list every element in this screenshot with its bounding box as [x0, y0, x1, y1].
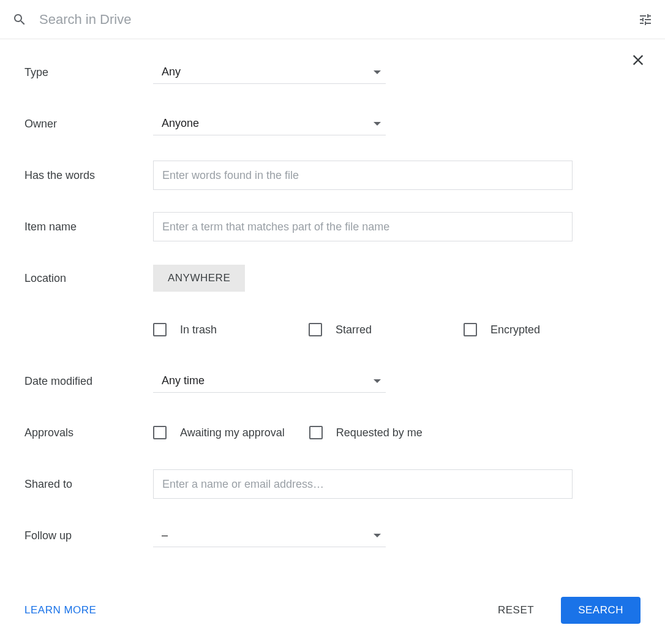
- checkbox-icon: [309, 323, 322, 336]
- requested-by-me-checkbox[interactable]: Requested by me: [309, 426, 423, 439]
- encrypted-label: Encrypted: [490, 324, 540, 336]
- encrypted-checkbox[interactable]: Encrypted: [464, 323, 540, 336]
- footer: LEARN MORE RESET SEARCH: [0, 585, 665, 642]
- date-modified-label: Date modified: [24, 375, 153, 388]
- checkbox-icon: [464, 323, 477, 336]
- search-input[interactable]: [39, 12, 638, 28]
- close-icon[interactable]: [629, 51, 647, 69]
- advanced-search-panel: Type Any Owner Anyone Has the words Item…: [0, 39, 665, 585]
- tune-icon[interactable]: [638, 12, 653, 27]
- has-words-label: Has the words: [24, 169, 153, 182]
- in-trash-checkbox[interactable]: In trash: [153, 323, 217, 336]
- owner-value: Anyone: [162, 117, 199, 130]
- type-dropdown[interactable]: Any: [153, 61, 386, 84]
- type-value: Any: [162, 66, 181, 78]
- location-chip[interactable]: ANYWHERE: [153, 265, 245, 292]
- has-words-input[interactable]: [153, 161, 573, 190]
- shared-to-label: Shared to: [24, 478, 153, 491]
- shared-to-input[interactable]: [153, 469, 573, 499]
- follow-up-value: –: [162, 529, 168, 542]
- awaiting-approval-checkbox[interactable]: Awaiting my approval: [153, 426, 285, 439]
- owner-dropdown[interactable]: Anyone: [153, 112, 386, 135]
- requested-by-me-label: Requested by me: [336, 426, 423, 439]
- reset-button[interactable]: RESET: [481, 597, 551, 624]
- checkbox-icon: [153, 323, 167, 336]
- date-modified-dropdown[interactable]: Any time: [153, 369, 386, 393]
- search-icon: [12, 12, 27, 27]
- search-button[interactable]: SEARCH: [561, 597, 641, 624]
- date-modified-value: Any time: [162, 374, 205, 387]
- chevron-down-icon: [374, 534, 381, 537]
- location-label: Location: [24, 272, 153, 285]
- checkbox-icon: [153, 426, 167, 439]
- type-label: Type: [24, 66, 153, 79]
- approvals-label: Approvals: [24, 426, 153, 439]
- owner-label: Owner: [24, 118, 153, 131]
- in-trash-label: In trash: [180, 324, 217, 336]
- search-bar: [0, 0, 665, 39]
- chevron-down-icon: [374, 122, 381, 126]
- item-name-input[interactable]: [153, 212, 573, 241]
- item-name-label: Item name: [24, 221, 153, 233]
- follow-up-dropdown[interactable]: –: [153, 524, 386, 547]
- follow-up-label: Follow up: [24, 529, 153, 542]
- starred-checkbox[interactable]: Starred: [309, 323, 372, 336]
- learn-more-link[interactable]: LEARN MORE: [24, 604, 96, 616]
- awaiting-approval-label: Awaiting my approval: [180, 426, 285, 439]
- chevron-down-icon: [374, 70, 381, 74]
- chevron-down-icon: [374, 379, 381, 383]
- checkbox-icon: [309, 426, 323, 439]
- starred-label: Starred: [336, 324, 372, 336]
